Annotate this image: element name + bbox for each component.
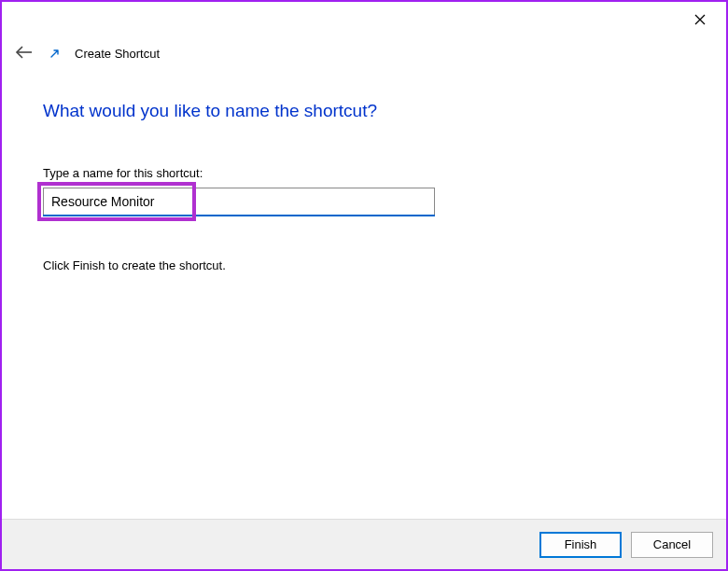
- wizard-footer: Finish Cancel: [2, 519, 726, 569]
- cancel-button[interactable]: Cancel: [631, 532, 713, 558]
- shortcut-icon: [49, 47, 62, 60]
- wizard-header: Create Shortcut: [15, 45, 160, 62]
- wizard-title: Create Shortcut: [75, 47, 160, 61]
- name-prompt-label: Type a name for this shortcut:: [43, 166, 685, 180]
- instruction-text: Click Finish to create the shortcut.: [43, 258, 685, 272]
- finish-button[interactable]: Finish: [539, 532, 622, 558]
- input-focus-underline: [43, 215, 435, 216]
- close-button[interactable]: [687, 9, 713, 32]
- back-arrow-icon[interactable]: [15, 45, 34, 62]
- page-heading: What would you like to name the shortcut…: [43, 101, 685, 121]
- shortcut-name-input[interactable]: [43, 188, 435, 216]
